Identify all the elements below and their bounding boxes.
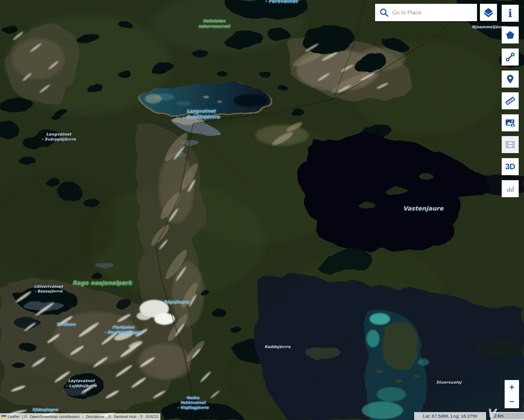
place-marker-button[interactable]: [502, 71, 519, 88]
search-bar: [375, 4, 477, 21]
threed-icon: 3D: [505, 162, 515, 171]
attribution-link[interactable]: Leaflet: [8, 414, 20, 419]
attribution-text: , ©: [106, 414, 112, 419]
search-icon: [379, 8, 389, 17]
attribution-link[interactable]: Sentinel Hub: [114, 414, 136, 419]
satellite-grain-texture: [0, 0, 524, 420]
measure-line-icon: [505, 52, 515, 62]
layers-button[interactable]: [480, 4, 497, 21]
measure-ruler-button[interactable]: [502, 92, 519, 109]
satellite-map[interactable]: [0, 0, 524, 420]
attribution-text: -: [81, 414, 85, 419]
threed-view-button[interactable]: 3D: [502, 158, 519, 175]
attribution-text: GISCO: [146, 414, 159, 419]
attribution-link[interactable]: OpenStreetMap contributors: [30, 414, 80, 419]
attribution-text: | ©: [21, 414, 28, 419]
zoom-controls: + −: [505, 380, 519, 408]
measure-distance-button[interactable]: [502, 48, 519, 66]
histogram-icon: [505, 183, 515, 194]
map-scale: 2 km: [491, 412, 524, 420]
download-image-button[interactable]: [502, 114, 519, 131]
pentagon-draw-icon: [505, 30, 515, 40]
ukraine-flag-icon: [1, 415, 6, 418]
attribution-link[interactable]: Disclaimer: [86, 414, 105, 419]
draw-polygon-button[interactable]: [502, 26, 519, 43]
image-download-icon: [504, 117, 516, 129]
zoom-in-button[interactable]: +: [505, 380, 519, 394]
info-button[interactable]: i: [502, 5, 519, 22]
search-input[interactable]: [392, 4, 477, 21]
timelapse-film-icon: [505, 139, 516, 150]
location-pin-icon: [505, 74, 515, 84]
timelapse-button[interactable]: [502, 136, 519, 153]
statistical-info-button[interactable]: [502, 180, 519, 197]
ruler-icon: [505, 95, 516, 106]
attribution-text: , ©: [138, 414, 144, 419]
latlng-readout[interactable]: Lat: 67.5886, Lng: 16.2750: [414, 412, 486, 420]
zoom-out-button[interactable]: −: [505, 394, 519, 408]
attribution-bar: Leaflet | © OpenStreetMap contributors -…: [0, 413, 160, 420]
info-icon: i: [508, 8, 512, 19]
layers-icon: [483, 7, 494, 18]
